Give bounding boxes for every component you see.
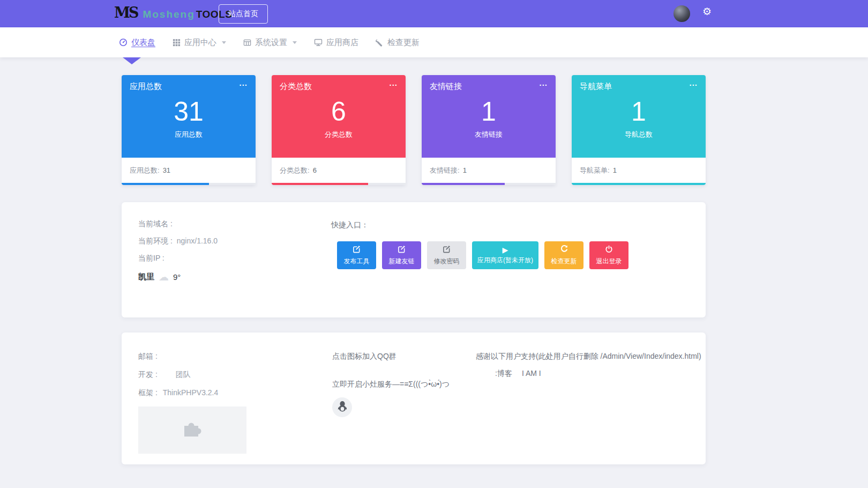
edit-icon (443, 245, 451, 255)
edit-icon (398, 245, 406, 255)
quick-button-label: 修改密码 (434, 257, 460, 266)
check-update-button[interactable]: 检查更新 (544, 241, 583, 269)
logo-monogram-icon: MS (114, 5, 137, 20)
card-footer: 友情链接: 1 (422, 158, 556, 183)
nav-label: 检查更新 (387, 38, 420, 48)
quick-entry-label: 快捷入口： (331, 220, 628, 230)
quick-button-label: 检查更新 (551, 257, 577, 266)
card-title: 友情链接 (430, 82, 462, 92)
current-domain-label: 当前域名 : (138, 219, 173, 229)
current-ip-label: 当前IP : (138, 254, 164, 263)
blog-label: :博客 (495, 369, 512, 379)
quick-button-label: 新建友链 (389, 257, 415, 266)
broken-image-placeholder (138, 406, 246, 454)
about-info-column: 邮箱 : 开发 : 团队 框架 : ThinkPHPV3.2.4 (138, 352, 246, 454)
ellipsis-icon[interactable]: ... (239, 82, 248, 85)
developer-value: 团队 (176, 370, 191, 380)
progress-track (122, 183, 256, 185)
quick-entry: 快捷入口： 发布工具 新建友链 (331, 220, 628, 269)
service-text: 立即开启小灶服务—=≡Σ(((つ•̀ω•́)つ (332, 380, 450, 389)
avatar[interactable] (674, 5, 690, 22)
card-footer-label: 友情链接: (430, 166, 460, 175)
card-value: 1 (580, 97, 698, 127)
desktop-icon (314, 38, 323, 47)
current-env-value: nginx/1.16.0 (177, 236, 218, 246)
card-footer-value: 1 (463, 166, 467, 174)
tab-dashboard[interactable]: 仪表盘 (119, 38, 155, 48)
progress-track (422, 183, 556, 185)
brand-logo[interactable]: MS Mosheng TOOLS (114, 5, 232, 20)
top-header: MS Mosheng TOOLS 站点首页 ⚙ (0, 0, 868, 27)
qq-group-link[interactable] (332, 397, 352, 417)
stat-card-nav-menu: 导航菜单 ... 1 导航总数 导航菜单: 1 (572, 75, 706, 185)
card-footer: 导航菜单: 1 (572, 158, 706, 183)
app-store-button[interactable]: ▶ 应用商店(暂未开放) (472, 241, 538, 269)
nav-label: 系统设置 (255, 38, 287, 48)
email-label: 邮箱 : (138, 352, 158, 361)
card-title: 应用总数 (130, 82, 162, 92)
card-value: 1 (430, 97, 548, 127)
stat-card-apps: 应用总数 ... 31 应用总数 应用总数: 31 (122, 75, 256, 185)
card-footer-value: 1 (613, 166, 617, 174)
edit-icon (353, 245, 361, 255)
quick-button-label: 应用商店(暂未开放) (477, 256, 533, 265)
progress-track (572, 183, 706, 185)
card-footer-label: 分类总数: (280, 166, 310, 175)
card-title: 导航菜单 (580, 82, 612, 92)
weather-widget: 凯里 ☁ 9° (138, 272, 218, 282)
chevron-down-icon (222, 41, 226, 44)
ellipsis-icon[interactable]: ... (689, 82, 698, 85)
chevron-down-icon (293, 41, 297, 44)
ellipsis-icon[interactable]: ... (539, 82, 548, 85)
table-icon (243, 39, 251, 47)
developer-label: 开发 : (138, 370, 158, 380)
blog-user-link[interactable]: I AM I (522, 369, 541, 379)
framework-label: 框架 : (138, 388, 158, 398)
tab-check-update[interactable]: 检查更新 (376, 38, 420, 48)
change-password-button[interactable]: 修改密码 (427, 241, 466, 269)
gear-icon[interactable]: ⚙ (702, 6, 712, 17)
puzzle-icon (180, 418, 205, 442)
weather-temperature: 9° (173, 272, 181, 282)
play-icon: ▶ (503, 246, 508, 254)
card-header: 导航菜单 ... 1 导航总数 (572, 75, 706, 158)
active-tab-pointer (123, 57, 141, 64)
new-friend-link-button[interactable]: 新建友链 (382, 241, 421, 269)
qq-penguin-icon (337, 401, 348, 415)
site-home-button[interactable]: 站点首页 (219, 4, 268, 24)
quick-button-label: 退出登录 (596, 257, 622, 266)
logout-button[interactable]: 退出登录 (589, 241, 628, 269)
quick-button-label: 发布工具 (344, 257, 370, 266)
stat-card-categories: 分类总数 ... 6 分类总数 分类总数: 6 (272, 75, 406, 185)
progress-fill (572, 183, 706, 185)
card-footer-value: 31 (163, 166, 170, 174)
card-value: 31 (130, 97, 248, 127)
tab-app-store[interactable]: 应用商店 (314, 38, 358, 48)
stats-cards-row: 应用总数 ... 31 应用总数 应用总数: 31 分类总数 (122, 75, 706, 185)
system-info-panel: 当前域名 : 当前环境 : nginx/1.16.0 当前IP : 凯里 ☁ 9… (122, 202, 706, 317)
card-subtitle: 应用总数 (130, 130, 248, 139)
qq-group-column: 点击图标加入QQ群 立即开启小灶服务—=≡Σ(((つ•̀ω•́)つ (332, 352, 450, 417)
tab-system-settings[interactable]: 系统设置 (243, 38, 297, 48)
server-info: 当前域名 : 当前环境 : nginx/1.16.0 当前IP : 凯里 ☁ 9… (138, 219, 218, 282)
nav-label: 应用中心 (184, 38, 216, 48)
publish-tool-button[interactable]: 发布工具 (337, 241, 376, 269)
tachometer-icon (119, 38, 128, 47)
refresh-icon (560, 245, 568, 255)
ellipsis-icon[interactable]: ... (389, 82, 398, 85)
progress-fill (272, 183, 368, 185)
card-header: 分类总数 ... 6 分类总数 (272, 75, 406, 158)
about-panel: 邮箱 : 开发 : 团队 框架 : ThinkPHPV3.2.4 (122, 332, 706, 464)
main-nav: 仪表盘 应用中心 系统设置 应用商店 检查更新 (0, 27, 868, 57)
card-value: 6 (280, 97, 398, 127)
supporter-row: :博客 I AM I (495, 369, 701, 379)
card-footer: 应用总数: 31 (122, 158, 256, 183)
thanks-text: 感谢以下用户支持(此处用户自行删除 /Admin/View/Index/inde… (476, 352, 701, 361)
card-footer: 分类总数: 6 (272, 158, 406, 183)
progress-fill (422, 183, 505, 185)
admin-dashboard-page: MS Mosheng TOOLS 站点首页 ⚙ 仪表盘 应用中心 系统设置 (0, 0, 868, 488)
card-subtitle: 友情链接 (430, 130, 548, 139)
stat-card-links: 友情链接 ... 1 友情链接 友情链接: 1 (422, 75, 556, 185)
card-header: 友情链接 ... 1 友情链接 (422, 75, 556, 158)
tab-app-center[interactable]: 应用中心 (173, 38, 226, 48)
